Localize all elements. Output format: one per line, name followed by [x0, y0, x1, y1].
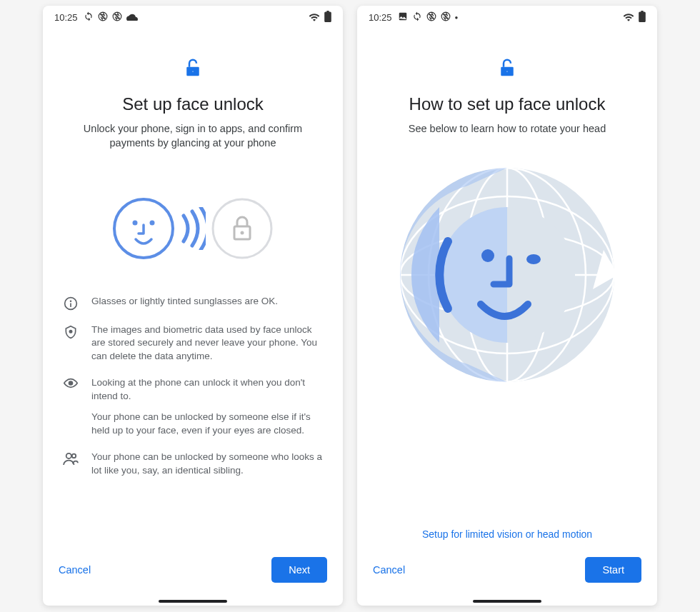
svg-point-5	[133, 220, 138, 225]
svg-point-13	[69, 330, 71, 332]
page-subtitle: Unlock your phone, sign in to apps, and …	[60, 121, 326, 151]
sync-arrows-icon	[84, 11, 94, 24]
status-time: 10:25	[54, 12, 78, 23]
eye-icon	[63, 376, 79, 388]
info-row-look: Looking at the phone can unlock it when …	[63, 376, 323, 438]
svg-point-6	[150, 220, 155, 225]
page-subtitle: See below to learn how to rotate your he…	[406, 121, 609, 136]
wifi-icon	[309, 11, 320, 24]
info-text: Glasses or lightly tinted sunglasses are…	[91, 295, 278, 308]
info-text: Looking at the phone can unlock it when …	[91, 376, 323, 438]
aperture-icon	[426, 11, 436, 24]
battery-icon	[639, 11, 646, 24]
svg-point-21	[506, 70, 509, 73]
info-row-glasses: Glasses or lightly tinted sunglasses are…	[63, 295, 323, 311]
status-bar: 10:25 ●	[357, 6, 657, 29]
aperture-icon	[441, 11, 451, 24]
nav-bar[interactable]	[43, 597, 343, 606]
cancel-button[interactable]: Cancel	[59, 564, 91, 576]
svg-point-31	[481, 249, 494, 262]
lock-circle-icon	[210, 196, 274, 261]
svg-point-14	[69, 381, 73, 385]
wifi-icon	[623, 11, 634, 24]
shield-icon	[63, 323, 79, 339]
info-text: The images and biometric data used by fa…	[91, 323, 323, 364]
status-time: 10:25	[369, 12, 392, 23]
dot-icon: ●	[455, 14, 459, 21]
svg-point-32	[526, 254, 541, 264]
unlock-icon	[496, 57, 518, 81]
start-button[interactable]: Start	[585, 557, 641, 583]
info-icon	[63, 295, 79, 311]
rotate-head-illustration	[396, 164, 618, 388]
next-button[interactable]: Next	[271, 557, 327, 583]
face-unlock-illustration	[111, 196, 274, 261]
screen-how-to-setup: 10:25 ●	[357, 6, 657, 606]
screen-setup-face-unlock: 10:25	[43, 6, 343, 606]
info-row-sibling: Your phone can be unlocked by someone wh…	[63, 451, 323, 478]
page-title: Set up face unlock	[122, 94, 263, 114]
svg-point-3	[191, 70, 194, 73]
signal-waves-icon	[180, 207, 206, 250]
cloud-icon	[126, 12, 138, 23]
status-bar: 10:25	[43, 6, 343, 29]
svg-point-16	[72, 454, 76, 458]
cancel-button[interactable]: Cancel	[373, 564, 405, 576]
info-text: Your phone can be unlocked by someone wh…	[91, 451, 323, 478]
people-icon	[63, 451, 79, 465]
accessibility-setup-link[interactable]: Setup for limited vision or head motion	[422, 528, 592, 540]
svg-point-7	[213, 199, 271, 258]
aperture-icon	[98, 11, 108, 24]
svg-point-9	[241, 231, 244, 234]
sync-arrows-icon	[412, 11, 422, 24]
unlock-icon	[182, 57, 204, 81]
info-row-security: The images and biometric data used by fa…	[63, 323, 323, 364]
battery-icon	[324, 11, 331, 24]
nav-bar[interactable]	[357, 597, 657, 606]
svg-point-15	[66, 453, 71, 458]
image-icon	[398, 11, 408, 24]
page-title: How to set up face unlock	[409, 94, 606, 114]
aperture-icon	[112, 11, 122, 24]
